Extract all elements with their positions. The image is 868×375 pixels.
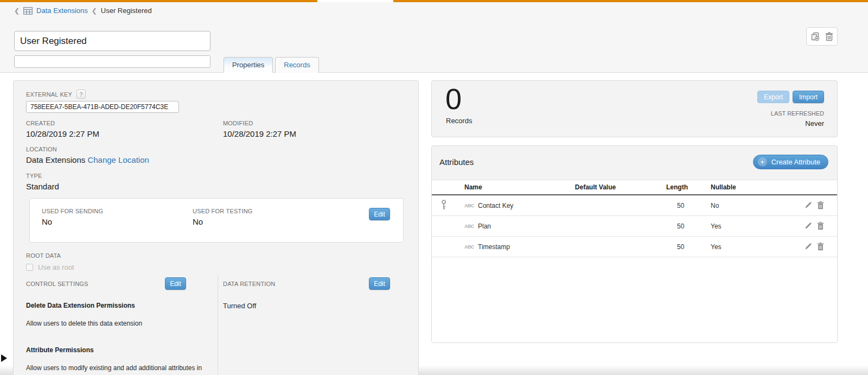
column-default-value: Default Value xyxy=(532,183,659,191)
change-location-link[interactable]: Change Location xyxy=(87,155,149,164)
breadcrumb-current: User Registered xyxy=(101,7,152,15)
attributes-table: Name Default Value Length Nullable ABC C… xyxy=(432,180,837,342)
attribute-length: 50 xyxy=(659,202,711,209)
edit-pencil-icon[interactable] xyxy=(805,243,812,251)
external-key-input[interactable] xyxy=(26,101,179,113)
create-attribute-button[interactable]: + Create Attribute xyxy=(753,155,828,169)
column-nullable: Nullable xyxy=(711,183,800,191)
settings-divider xyxy=(218,275,218,375)
delete-trash-icon[interactable] xyxy=(817,222,824,230)
extension-name-input[interactable] xyxy=(14,31,210,51)
tab-properties[interactable]: Properties xyxy=(224,57,273,73)
breadcrumb: ❮ Data Extensions ❮ User Registered xyxy=(14,7,152,15)
control-settings-label: CONTROL SETTINGS xyxy=(26,281,88,287)
data-retention-value: Turned Off xyxy=(223,302,256,310)
attribute-length: 50 xyxy=(659,243,711,251)
delete-icon[interactable] xyxy=(825,32,833,41)
text-type-icon: ABC xyxy=(464,203,474,208)
header-action-group xyxy=(806,27,838,46)
location-value: Data Extensions xyxy=(26,155,85,164)
sending-settings-box: USED FOR SENDING No USED FOR TESTING No … xyxy=(29,198,404,243)
sending-edit-button[interactable]: Edit xyxy=(369,208,390,220)
tab-bar: Properties Records xyxy=(224,57,319,73)
attribute-permissions-title: Attribute Permissions xyxy=(26,346,94,354)
attribute-nullable: No xyxy=(711,202,800,209)
records-count-label: Records xyxy=(446,117,472,125)
attribute-nullable: Yes xyxy=(711,243,800,251)
attribute-name: Contact Key xyxy=(478,202,513,209)
use-as-root-label: Use as root xyxy=(38,263,74,271)
records-count: 0 xyxy=(445,83,462,115)
used-for-testing-label: USED FOR TESTING xyxy=(193,208,253,214)
import-button[interactable]: Import xyxy=(793,91,824,103)
column-length: Length xyxy=(659,183,711,191)
attribute-name: Plan xyxy=(478,223,491,230)
page-header: ❮ Data Extensions ❮ User Registered Prop… xyxy=(0,0,868,73)
attributes-title: Attributes xyxy=(439,157,474,167)
modified-label: MODIFIED xyxy=(223,120,296,126)
external-key-label: EXTERNAL KEY xyxy=(26,91,72,98)
data-retention-label: DATA RETENTION xyxy=(223,281,276,287)
tab-records[interactable]: Records xyxy=(275,57,318,73)
created-value: 10/28/2019 2:27 PM xyxy=(26,129,99,138)
edit-pencil-icon[interactable] xyxy=(805,201,812,209)
breadcrumb-data-extensions-link[interactable]: Data Extensions xyxy=(36,7,88,15)
text-type-icon: ABC xyxy=(464,224,474,229)
last-refreshed-value: Never xyxy=(805,119,824,128)
modified-value: 10/28/2019 2:27 PM xyxy=(223,129,296,138)
records-summary-panel: 0 Records Export Import LAST REFRESHED N… xyxy=(431,80,838,137)
last-refreshed-label: LAST REFRESHED xyxy=(771,110,824,117)
table-row: ABC Timestamp 50 Yes xyxy=(432,237,837,257)
used-for-sending-value: No xyxy=(42,217,103,226)
root-data-label: ROOT DATA xyxy=(26,252,61,259)
attribute-permissions-text: Allow users to modify existing and add a… xyxy=(26,364,210,372)
export-button[interactable]: Export xyxy=(757,91,789,103)
table-row: ABC Contact Key 50 No xyxy=(432,195,837,216)
properties-panel: EXTERNAL KEY ? CREATED 10/28/2019 2:27 P… xyxy=(13,80,419,375)
data-extension-table-icon xyxy=(23,7,33,15)
column-name: Name xyxy=(456,183,532,191)
use-as-root-checkbox[interactable] xyxy=(26,264,33,271)
control-settings-edit-button[interactable]: Edit xyxy=(165,277,186,290)
type-label: TYPE xyxy=(26,173,59,179)
edit-pencil-icon[interactable] xyxy=(805,222,812,230)
plus-icon: + xyxy=(758,157,767,167)
copy-icon[interactable] xyxy=(811,32,820,41)
location-label: LOCATION xyxy=(26,146,149,152)
extension-description-input[interactable] xyxy=(14,55,210,68)
primary-key-icon xyxy=(441,200,446,212)
delete-trash-icon[interactable] xyxy=(817,243,824,251)
type-value: Standard xyxy=(26,182,59,191)
created-label: CREATED xyxy=(26,120,99,126)
data-retention-edit-button[interactable]: Edit xyxy=(369,277,390,290)
used-for-testing-value: No xyxy=(193,217,253,226)
delete-permissions-title: Delete Data Extension Permissions xyxy=(26,302,135,309)
text-type-icon: ABC xyxy=(464,244,474,250)
attribute-length: 50 xyxy=(659,223,711,230)
attribute-name: Timestamp xyxy=(478,243,510,251)
expand-arrow-icon[interactable] xyxy=(1,354,7,362)
attributes-table-header: Name Default Value Length Nullable xyxy=(432,180,837,195)
create-attribute-label: Create Attribute xyxy=(771,158,820,166)
used-for-sending-label: USED FOR SENDING xyxy=(42,208,103,214)
delete-trash-icon[interactable] xyxy=(817,201,824,209)
delete-permissions-text: Allow users to delete this data extensio… xyxy=(26,320,142,327)
top-accent-bar xyxy=(0,0,868,2)
breadcrumb-separator-icon: ❮ xyxy=(92,7,97,15)
table-row: ABC Plan 50 Yes xyxy=(432,216,837,237)
attributes-panel: Attributes + Create Attribute Name Defau… xyxy=(431,145,838,343)
back-chevron-icon[interactable]: ❮ xyxy=(14,7,20,15)
attribute-nullable: Yes xyxy=(711,223,800,230)
help-icon[interactable]: ? xyxy=(76,90,86,99)
